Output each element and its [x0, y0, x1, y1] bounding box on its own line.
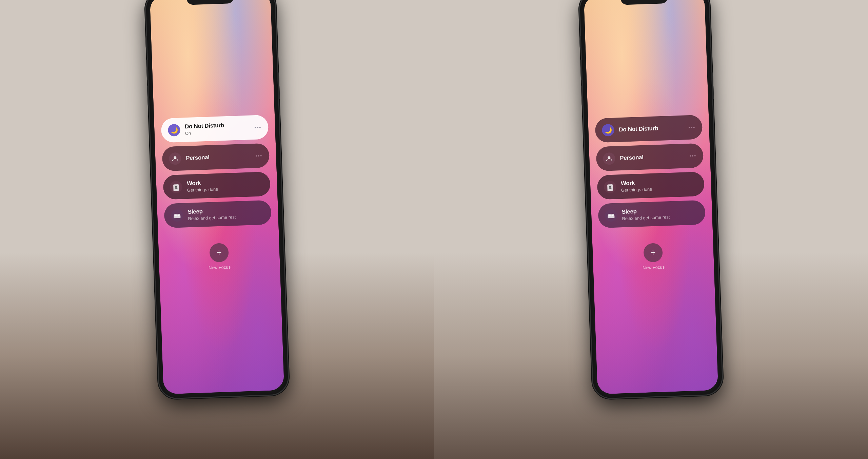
left-dnd-more[interactable]: •••: [254, 124, 261, 130]
svg-rect-6: [177, 213, 180, 215]
left-sleep-text: Sleep Relax and get some rest: [188, 206, 265, 221]
right-new-focus-button[interactable]: + New Focus: [642, 243, 665, 270]
left-personal-item[interactable]: Personal •••: [162, 143, 270, 171]
left-personal-title: Personal: [186, 152, 256, 161]
right-dnd-text: Do Not Disturb: [619, 124, 689, 133]
right-sleep-icon: [605, 209, 617, 222]
left-work-icon: [170, 181, 182, 193]
left-dnd-item[interactable]: 🌙 Do Not Disturb On •••: [161, 114, 269, 143]
right-work-item[interactable]: Work Get things done: [597, 171, 705, 200]
right-phone-device: 🌙 Do Not Disturb •••: [579, 0, 723, 398]
volume-down-right: [581, 85, 584, 106]
left-phone-screen: 🌙 Do Not Disturb On •••: [150, 0, 284, 394]
left-personal-more[interactable]: •••: [255, 153, 262, 159]
left-personal-text: Personal: [186, 152, 256, 161]
right-personal-more[interactable]: •••: [689, 153, 696, 159]
mute-switch-left: [145, 36, 147, 48]
mute-switch-right: [579, 36, 581, 48]
left-photo-half: 🌙 Do Not Disturb On •••: [0, 0, 434, 459]
right-dnd-more[interactable]: •••: [688, 124, 695, 130]
svg-rect-13: [611, 213, 614, 215]
right-focus-content: 🌙 Do Not Disturb •••: [584, 0, 718, 394]
right-new-focus-label: New Focus: [643, 264, 665, 270]
right-dnd-title: Do Not Disturb: [619, 124, 689, 133]
left-sleep-icon: [171, 209, 183, 222]
svg-rect-10: [609, 188, 611, 189]
left-phone-wrapper: 🌙 Do Not Disturb On •••: [145, 0, 289, 398]
left-focus-items-list: 🌙 Do Not Disturb On •••: [161, 114, 272, 228]
svg-rect-5: [174, 214, 177, 216]
right-personal-item[interactable]: Personal •••: [596, 143, 704, 171]
right-dnd-item[interactable]: 🌙 Do Not Disturb •••: [595, 114, 703, 143]
left-work-text: Work Get things done: [187, 178, 264, 193]
volume-up-right: [580, 60, 583, 80]
left-sleep-item[interactable]: Sleep Relax and get some rest: [164, 200, 272, 228]
left-dnd-text: Do Not Disturb On: [185, 121, 255, 136]
left-new-focus-label: New Focus: [209, 264, 231, 270]
left-new-focus-button[interactable]: + New Focus: [208, 243, 231, 270]
left-work-item[interactable]: Work Get things done: [163, 171, 271, 200]
left-new-focus-circle: +: [209, 243, 229, 262]
svg-rect-3: [175, 188, 177, 189]
right-work-icon: [604, 181, 616, 193]
svg-rect-12: [608, 214, 611, 216]
left-phone-device: 🌙 Do Not Disturb On •••: [145, 0, 289, 398]
right-personal-title: Personal: [620, 152, 690, 161]
left-personal-icon: [169, 152, 181, 165]
right-personal-icon: [603, 152, 615, 165]
right-sleep-text: Sleep Relax and get some rest: [622, 206, 699, 221]
volume-up-left: [146, 60, 149, 80]
right-sleep-item[interactable]: Sleep Relax and get some rest: [598, 200, 706, 228]
right-photo-half: 🌙 Do Not Disturb •••: [434, 0, 868, 459]
right-personal-text: Personal: [620, 152, 690, 161]
volume-down-left: [147, 85, 150, 106]
left-focus-content: 🌙 Do Not Disturb On •••: [150, 0, 284, 394]
right-focus-items-list: 🌙 Do Not Disturb •••: [595, 114, 706, 228]
right-new-focus-circle: +: [643, 243, 663, 262]
right-dnd-icon: 🌙: [602, 124, 614, 136]
left-dnd-icon: 🌙: [168, 124, 180, 136]
right-phone-screen: 🌙 Do Not Disturb •••: [584, 0, 718, 394]
right-work-text: Work Get things done: [621, 178, 698, 193]
right-phone-wrapper: 🌙 Do Not Disturb •••: [579, 0, 723, 398]
